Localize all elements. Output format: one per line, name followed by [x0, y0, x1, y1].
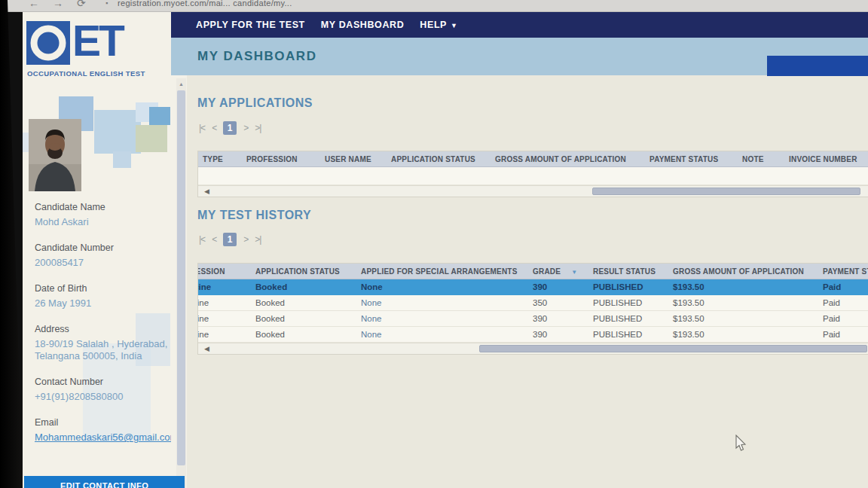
field-value: Mohd Askari: [35, 216, 171, 228]
applications-table: TYPE PROFESSION USER NAME APPLICATION ST…: [197, 151, 868, 197]
field-label: Contact Number: [35, 377, 171, 387]
last-page-button[interactable]: >|: [255, 123, 261, 133]
page-title: MY DASHBOARD: [197, 49, 316, 64]
column-header-invoice-number[interactable]: INVOICE NUMBER: [784, 151, 868, 167]
applications-header-row: TYPE PROFESSION USER NAME APPLICATION ST…: [198, 151, 868, 167]
field-label: Email: [35, 417, 171, 428]
field-value: 26 May 1991: [35, 297, 171, 310]
email-link[interactable]: Mohammedaskari56@gmail.com: [35, 432, 171, 444]
column-header-type[interactable]: TYPE: [198, 151, 242, 167]
candidate-details: Candidate Name Mohd Askari Candidate Num…: [35, 202, 171, 458]
field-label: Candidate Name: [35, 202, 171, 212]
column-header-gross-amount[interactable]: GROSS AMOUNT OF APPLICATION: [668, 264, 818, 279]
field-label: Candidate Number: [35, 242, 171, 253]
column-header-profession[interactable]: PROFESSION: [242, 151, 320, 167]
nav-my-dashboard[interactable]: MY DASHBOARD: [321, 20, 404, 30]
field-candidate-name: Candidate Name Mohd Askari: [35, 202, 171, 228]
first-page-button[interactable]: |<: [199, 234, 205, 245]
test-history-header-row: PROFESSION APPLICATION STATUS APPLIED FO…: [197, 264, 868, 279]
oet-logo-subtitle: OCCUPATIONAL ENGLISH TEST: [27, 69, 145, 78]
test-history-pagination: |< < 1 > >|: [199, 233, 261, 246]
column-header-payment-status[interactable]: PAYMENT STATUS: [818, 264, 868, 279]
test-history-row[interactable]: Medicine Booked None 390 PUBLISHED $193.…: [197, 279, 868, 295]
field-value: 200085417: [35, 257, 171, 269]
sort-descending-icon[interactable]: ▼: [571, 269, 577, 276]
field-date-of-birth: Date of Birth 26 May 1991: [35, 283, 171, 310]
column-header-note[interactable]: NOTE: [738, 151, 784, 167]
field-candidate-number: Candidate Number 200085417: [35, 242, 171, 269]
mosaic-square: [94, 110, 141, 154]
my-test-history-title: MY TEST HISTORY: [197, 209, 311, 222]
column-header-grade[interactable]: GRADE▼: [528, 264, 588, 279]
scroll-left-icon[interactable]: ◀: [204, 188, 209, 195]
oet-logo: ET: [26, 21, 123, 65]
field-value: 18-90/19 Salalah , Hyderabad, Telangana …: [35, 338, 171, 362]
oet-logo-letters: ET: [72, 21, 123, 60]
field-address: Address 18-90/19 Salalah , Hyderabad, Te…: [35, 324, 171, 362]
field-label: Address: [35, 324, 171, 334]
dashboard-content: MY APPLICATIONS |< < 1 > >| TYPE PROFESS…: [187, 75, 868, 488]
field-email: Email Mohammedaskari56@gmail.com: [35, 417, 171, 444]
column-header-special-arrangements[interactable]: APPLIED FOR SPECIAL ARRANGEMENTS: [356, 264, 528, 279]
next-page-button[interactable]: >: [243, 234, 248, 245]
test-history-hscrollbar[interactable]: ◀: [198, 343, 868, 354]
my-applications-title: MY APPLICATIONS: [197, 96, 313, 110]
next-page-button[interactable]: >: [243, 123, 248, 133]
mosaic-square: [149, 107, 170, 125]
page-number-button[interactable]: 1: [223, 233, 237, 246]
applications-hscrollbar[interactable]: ◀: [198, 185, 868, 197]
empty-row: [198, 167, 868, 185]
header-right-button[interactable]: [767, 56, 868, 76]
page-number-button[interactable]: 1: [223, 121, 237, 135]
browser-address-bar[interactable]: ← → ⟳ ▪ registration.myoet.com/mai... ca…: [0, 0, 868, 12]
test-history-row[interactable]: Medicine Booked None 390 PUBLISHED $193.…: [197, 311, 868, 327]
browser-forward-icon[interactable]: →: [53, 0, 63, 9]
column-header-result-status[interactable]: RESULT STATUS: [588, 264, 668, 279]
scroll-up-icon[interactable]: ▲: [176, 79, 186, 89]
nav-apply-for-the-test[interactable]: APPLY FOR THE TEST: [196, 20, 305, 30]
sidebar-scrollbar-thumb[interactable]: [177, 90, 185, 465]
test-history-row[interactable]: Medicine Booked None 390 PUBLISHED $193.…: [197, 327, 868, 343]
screen-bezel: [0, 0, 26, 488]
horizontal-scrollbar-thumb[interactable]: [592, 188, 860, 195]
field-label: Date of Birth: [35, 283, 171, 294]
nav-help[interactable]: HELP▼: [420, 20, 457, 30]
column-header-application-status[interactable]: APPLICATION STATUS: [251, 264, 356, 279]
field-contact-number: Contact Number +91(91)8208580800: [35, 377, 171, 403]
edit-contact-info-button[interactable]: EDIT CONTACT INFO: [24, 476, 185, 488]
mosaic-square: [113, 151, 131, 168]
browser-back-icon[interactable]: ←: [29, 0, 39, 9]
url-text[interactable]: registration.myoet.com/mai... candidate/…: [118, 0, 292, 8]
scroll-left-icon[interactable]: ◀: [204, 345, 209, 352]
applications-pagination: |< < 1 > >|: [199, 121, 261, 135]
column-header-payment-status[interactable]: PAYMENT STATUS: [645, 151, 738, 167]
last-page-button[interactable]: >|: [255, 234, 261, 245]
chevron-down-icon: ▼: [451, 22, 458, 29]
prev-page-button[interactable]: <: [212, 234, 216, 245]
mosaic-square: [136, 125, 167, 152]
prev-page-button[interactable]: <: [212, 123, 216, 133]
sidebar-scrollbar[interactable]: ▲ ▼: [176, 78, 186, 488]
oet-logo-o-icon: [26, 21, 70, 65]
site-lock-icon: ▪: [105, 0, 108, 7]
column-header-gross-amount[interactable]: GROSS AMOUNT OF APPLICATION: [491, 151, 645, 167]
test-history-row[interactable]: Medicine Booked None 350 PUBLISHED $193.…: [197, 295, 868, 311]
column-header-user-name[interactable]: USER NAME: [320, 151, 387, 167]
browser-reload-icon[interactable]: ⟳: [77, 0, 86, 9]
column-header-application-status[interactable]: APPLICATION STATUS: [387, 151, 491, 167]
top-navigation: APPLY FOR THE TEST MY DASHBOARD HELP▼: [171, 12, 868, 38]
candidate-sidebar: ET OCCUPATIONAL ENGLISH TEST Candidate N…: [23, 12, 171, 488]
column-header-profession[interactable]: PROFESSION: [197, 264, 251, 279]
candidate-photo: [29, 119, 81, 191]
horizontal-scrollbar-thumb[interactable]: [479, 345, 867, 352]
test-history-table: PROFESSION APPLICATION STATUS APPLIED FO…: [197, 263, 868, 355]
field-value: +91(91)8208580800: [35, 391, 171, 403]
page-header-band: MY DASHBOARD: [171, 38, 868, 75]
first-page-button[interactable]: |<: [199, 123, 205, 133]
